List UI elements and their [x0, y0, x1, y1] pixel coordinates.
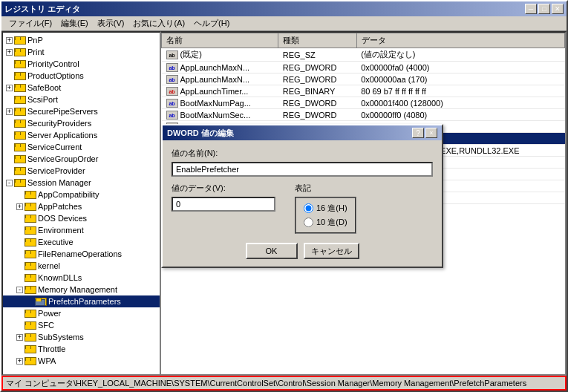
expand-throttle: [16, 346, 23, 353]
expand-serverapplications: [6, 132, 13, 139]
tree-node-servicecurrent[interactable]: ServiceCurrent: [3, 141, 160, 153]
dialog-help-button[interactable]: ?: [412, 128, 424, 138]
cell-data: 80 69 b7 ff ff ff ff ff: [356, 85, 564, 97]
cancel-button[interactable]: キャンセル: [304, 243, 359, 259]
folder-icon-serverapplications: [14, 131, 26, 140]
tree-node-servicegrouporder[interactable]: ServiceGroupOrder: [3, 153, 160, 165]
expand-subsystems[interactable]: +: [16, 334, 23, 341]
folder-icon-knowndlls: [25, 273, 36, 282]
dword-dialog: DWORD 値の編集 ? × 値の名前(N): 値のデータ(V): 表記: [161, 124, 443, 268]
expand-wpa[interactable]: +: [16, 358, 23, 365]
dialog-title-bar: DWORD 値の編集 ? ×: [163, 125, 442, 140]
menu-bar: ファイル(F) 編集(E) 表示(V) お気に入り(A) ヘルプ(H): [1, 16, 567, 31]
menu-view[interactable]: 表示(V): [93, 16, 129, 30]
tree-node-prefetchparams[interactable]: PrefetchParameters: [3, 295, 160, 307]
tree-node-appcompat[interactable]: AppCompatibility: [3, 189, 160, 200]
menu-favorites[interactable]: お気に入り(A): [128, 16, 189, 30]
label-productoptions: ProductOptions: [27, 71, 84, 80]
tree-node-prioritycontrol[interactable]: PriorityControl: [3, 58, 160, 70]
expand-print[interactable]: +: [6, 49, 13, 56]
table-row[interactable]: ab AppLaunchMaxN... REG_DWORD 0x00000fa0…: [162, 62, 565, 74]
expand-safeboot[interactable]: +: [6, 85, 13, 91]
folder-icon-dosdevices: [25, 214, 36, 223]
display-label: 表記: [295, 183, 356, 194]
cell-name: ab AppLaunchMaxN...: [162, 62, 278, 74]
main-window: レジストリ エディタ ─ □ ✕ ファイル(F) 編集(E) 表示(V) お気に…: [0, 0, 568, 392]
minimize-button[interactable]: ─: [525, 4, 537, 14]
tree-node-wpa[interactable]: + WPA: [3, 355, 160, 367]
label-prioritycontrol: PriorityControl: [27, 59, 79, 68]
label-appcompat: AppCompatibility: [38, 190, 99, 199]
label-filerename: FileRenameOperations: [38, 249, 122, 258]
value-data-label: 値のデータ(V):: [172, 183, 275, 194]
value-name-input[interactable]: [172, 162, 433, 177]
menu-file[interactable]: ファイル(F): [4, 16, 56, 30]
tree-node-knowndlls[interactable]: KnownDLLs: [3, 272, 160, 284]
radio-hex[interactable]: [304, 203, 313, 213]
tree-node-securityproviders[interactable]: SecurityProviders: [3, 117, 160, 129]
tree-node-scsiport[interactable]: ScsiPort: [3, 94, 160, 105]
folder-icon-securepipeservers: [14, 107, 26, 116]
tree-node-power[interactable]: Power: [3, 307, 160, 319]
tree-node-securepipeservers[interactable]: + SecurePipeServers: [3, 105, 160, 117]
tree-node-productoptions[interactable]: ProductOptions: [3, 70, 160, 82]
tree-node-executive[interactable]: Executive: [3, 236, 160, 248]
value-name-label: 値の名前(N):: [172, 148, 433, 159]
dialog-content: 値の名前(N): 値のデータ(V): 表記 16 進(H): [163, 140, 442, 267]
label-executive: Executive: [38, 238, 74, 246]
label-knowndlls: KnownDLLs: [38, 273, 82, 282]
maximize-button[interactable]: □: [538, 4, 550, 14]
tree-node-environment[interactable]: Environment: [3, 224, 160, 236]
label-prefetchparams: PrefetchParameters: [48, 297, 121, 306]
menu-edit[interactable]: 編集(E): [56, 16, 93, 30]
cell-name: ab AppLaunchTimer...: [162, 85, 278, 97]
expand-apppatches[interactable]: +: [16, 203, 23, 210]
radio-hex-label[interactable]: 16 進(H): [304, 203, 347, 214]
tree-node-sfc[interactable]: SFC: [3, 319, 160, 331]
tree-node-filerename[interactable]: FileRenameOperations: [3, 248, 160, 260]
tree-node-serverapplications[interactable]: Server Applications: [3, 129, 160, 141]
label-securepipeservers: SecurePipeServers: [27, 107, 98, 116]
expand-memorymgmt[interactable]: -: [16, 287, 23, 293]
folder-icon-memorymgmt: [25, 285, 36, 294]
tree-node-sessionmanager[interactable]: - Session Manager: [3, 177, 160, 189]
tree-node-safeboot[interactable]: + SafeBoot: [3, 82, 160, 94]
col-header-type[interactable]: 種類: [278, 33, 356, 48]
radio-dec[interactable]: [304, 218, 313, 227]
value-data-input[interactable]: [172, 197, 275, 212]
col-header-name[interactable]: 名前: [162, 33, 278, 48]
col-header-data[interactable]: データ: [356, 33, 564, 48]
table-row[interactable]: ab BootMaxNumPag... REG_DWORD 0x00001f40…: [162, 97, 565, 109]
label-throttle: Throttle: [38, 344, 65, 353]
folder-icon-apppatches: [25, 202, 36, 211]
table-row[interactable]: ab BootMaxNumSec... REG_DWORD 0x00000ff0…: [162, 109, 565, 121]
label-memorymgmt: Memory Management: [38, 285, 117, 294]
cell-type: REG_DWORD: [278, 109, 356, 121]
table-row[interactable]: ab AppLaunchTimer... REG_BINARY 80 69 b7…: [162, 85, 565, 97]
table-row[interactable]: ab (既定) REG_SZ (値の設定なし): [162, 48, 565, 62]
table-row[interactable]: ab AppLaunchMaxN... REG_DWORD 0x000000aa…: [162, 74, 565, 85]
tree-node-kernel[interactable]: kernel: [3, 260, 160, 272]
tree-node-memorymgmt[interactable]: - Memory Management: [3, 284, 160, 295]
expand-securepipeservers[interactable]: +: [6, 108, 13, 115]
expand-productoptions: [6, 73, 13, 79]
folder-icon-sessionmanager: [14, 178, 26, 187]
close-button[interactable]: ✕: [552, 4, 564, 14]
expand-serviceprovider: [6, 168, 13, 174]
tree-node-pnp[interactable]: + PnP: [3, 34, 160, 46]
cell-name: ab BootMaxNumSec...: [162, 109, 278, 121]
tree-node-apppatches[interactable]: + AppPatches: [3, 200, 160, 212]
folder-icon-environment: [25, 226, 36, 235]
dialog-close-button[interactable]: ×: [425, 128, 437, 138]
tree-node-dosdevices[interactable]: DOS Devices: [3, 212, 160, 224]
expand-pnp[interactable]: +: [6, 37, 13, 44]
radio-dec-label[interactable]: 10 進(D): [304, 217, 347, 228]
tree-node-throttle[interactable]: Throttle: [3, 343, 160, 355]
ok-button[interactable]: OK: [246, 243, 298, 259]
menu-help[interactable]: ヘルプ(H): [189, 16, 234, 30]
tree-node-print[interactable]: + Print: [3, 46, 160, 58]
expand-sessionmanager[interactable]: -: [6, 180, 13, 186]
tree-node-subsystems[interactable]: + SubSystems: [3, 331, 160, 343]
tree-node-serviceprovider[interactable]: ServiceProvider: [3, 165, 160, 177]
tree-pane[interactable]: + PnP + Print PriorityControl: [1, 31, 161, 376]
